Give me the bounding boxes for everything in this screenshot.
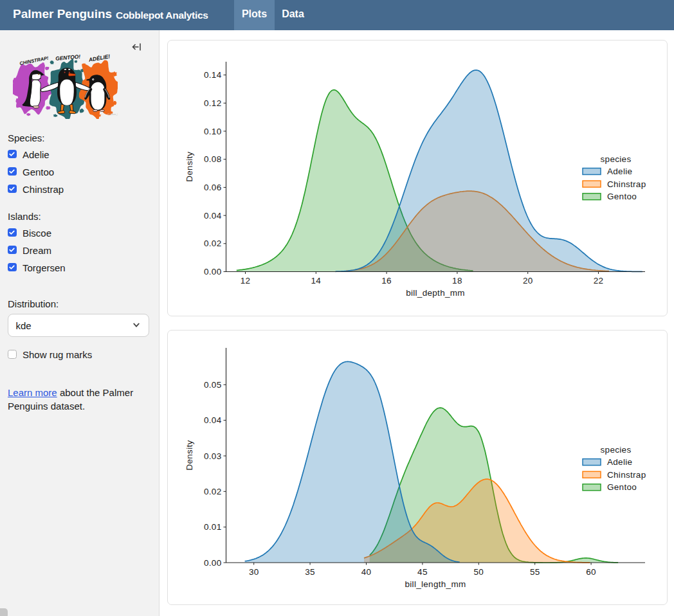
svg-text:CHINSTRAP!: CHINSTRAP! xyxy=(19,55,50,67)
svg-text:0.01: 0.01 xyxy=(204,522,221,532)
svg-text:22: 22 xyxy=(594,276,604,285)
svg-text:60: 60 xyxy=(586,567,596,577)
svg-text:Chinstrap: Chinstrap xyxy=(607,179,646,189)
svg-text:0.10: 0.10 xyxy=(204,127,221,136)
svg-text:18: 18 xyxy=(452,276,462,285)
svg-text:30: 30 xyxy=(249,567,259,577)
svg-text:0.03: 0.03 xyxy=(204,451,221,461)
svg-text:species: species xyxy=(601,445,632,455)
svg-text:bill_depth_mm: bill_depth_mm xyxy=(406,288,465,298)
svg-text:50: 50 xyxy=(473,567,484,577)
svg-text:40: 40 xyxy=(361,567,372,577)
svg-text:12: 12 xyxy=(241,276,251,285)
svg-text:Gentoo: Gentoo xyxy=(607,482,637,492)
svg-text:0.02: 0.02 xyxy=(204,239,221,248)
svg-text:0.04: 0.04 xyxy=(204,415,222,425)
svg-text:0.06: 0.06 xyxy=(204,183,221,192)
svg-text:0.08: 0.08 xyxy=(204,154,221,164)
svg-text:0.04: 0.04 xyxy=(204,211,222,221)
svg-text:@allison_horst: @allison_horst xyxy=(107,113,118,116)
svg-text:0.02: 0.02 xyxy=(204,487,221,496)
svg-text:Chinstrap: Chinstrap xyxy=(607,470,646,480)
svg-text:GENTOO!: GENTOO! xyxy=(55,54,81,62)
svg-text:0.00: 0.00 xyxy=(204,558,221,568)
svg-text:Density: Density xyxy=(185,152,194,182)
svg-text:bill_length_mm: bill_length_mm xyxy=(405,579,466,589)
svg-text:14: 14 xyxy=(311,276,321,285)
svg-text:0.05: 0.05 xyxy=(204,380,221,390)
svg-text:Gentoo: Gentoo xyxy=(607,192,637,201)
svg-text:16: 16 xyxy=(381,276,392,285)
svg-text:0.12: 0.12 xyxy=(204,98,221,108)
svg-text:20: 20 xyxy=(523,276,533,285)
svg-text:Adelie: Adelie xyxy=(607,167,632,176)
svg-text:species: species xyxy=(601,154,632,164)
svg-text:35: 35 xyxy=(305,567,315,577)
svg-text:55: 55 xyxy=(530,567,540,577)
svg-text:Adelie: Adelie xyxy=(607,457,632,467)
svg-text:Density: Density xyxy=(185,440,194,470)
svg-text:45: 45 xyxy=(417,567,428,577)
svg-text:0.00: 0.00 xyxy=(204,267,221,276)
svg-text:0.14: 0.14 xyxy=(204,70,222,80)
